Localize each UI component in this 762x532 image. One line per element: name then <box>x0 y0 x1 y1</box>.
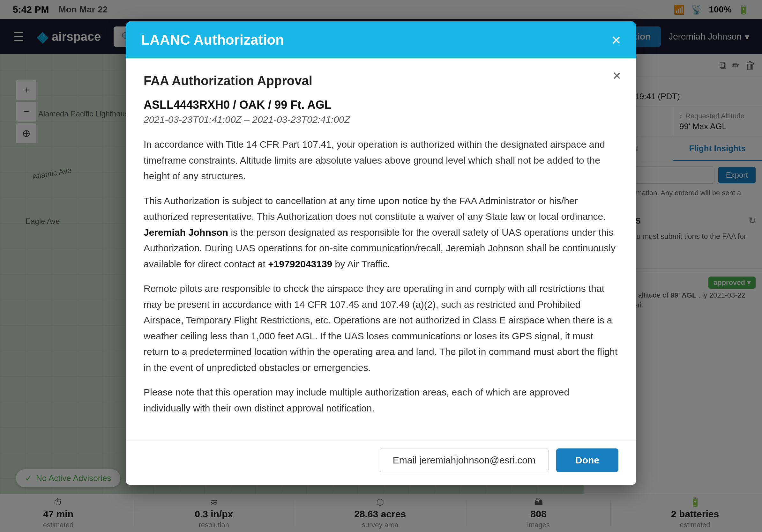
auth-para-1: In accordance with Title 14 CFR Part 107… <box>144 137 618 184</box>
para2-pre: This Authorization is subject to cancell… <box>144 195 606 222</box>
para2-name: Jeremiah Johnson <box>144 227 228 237</box>
auth-para-4: Please note that this operation may incl… <box>144 384 618 416</box>
laanc-modal-footer: Email jeremiahjohnson@esri.com Done <box>126 440 636 485</box>
laanc-modal-title: LAANC Authorization <box>141 32 284 48</box>
modal-overlay[interactable]: LAANC Authorization × × FAA Authorizatio… <box>0 0 762 532</box>
done-button[interactable]: Done <box>556 448 618 472</box>
laanc-close-button[interactable]: × <box>611 32 621 48</box>
para2-end: by Air Traffic. <box>332 259 390 269</box>
auth-para-3: Remote pilots are responsible to check t… <box>144 281 618 375</box>
laanc-modal-header: LAANC Authorization × <box>126 21 636 58</box>
faa-auth-title: FAA Authorization Approval <box>144 74 618 88</box>
inner-close-button[interactable]: × <box>613 69 621 83</box>
auth-id: ASLL4443RXH0 / OAK / 99 Ft. AGL <box>144 98 618 112</box>
auth-date: 2021-03-23T01:41:00Z – 2021-03-23T02:41:… <box>144 114 618 125</box>
laanc-modal-body: × FAA Authorization Approval ASLL4443RXH… <box>126 58 636 440</box>
email-auth-button[interactable]: Email jeremiahjohnson@esri.com <box>380 448 549 472</box>
auth-para-2: This Authorization is subject to cancell… <box>144 193 618 272</box>
para2-phone: +19792043139 <box>268 259 332 269</box>
laanc-modal: LAANC Authorization × × FAA Authorizatio… <box>126 21 636 485</box>
